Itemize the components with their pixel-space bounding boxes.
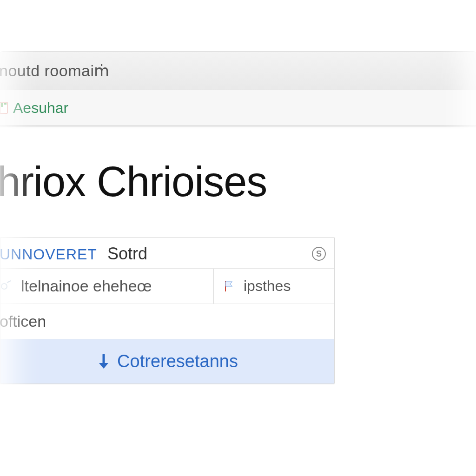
window-title: noutd roomaiṁ [0,61,110,80]
info-icon[interactable]: S [312,247,326,261]
panel-header-label: Sotrd [107,244,147,264]
panel-row: ltelnainoe eheheœ ipsthes [0,269,334,304]
panel-header-link[interactable]: unnoveret [0,246,97,263]
svg-rect-2 [4,103,7,105]
options-panel: unnoveret Sotrd S ltelnainoe eheheœ ipst… [0,237,335,384]
panel-row-secondary[interactable]: ipsthes [213,269,334,304]
svg-rect-1 [1,103,3,107]
toolbar: Aesuhar [0,90,476,126]
panel-row-secondary-label: ipsthes [244,278,291,295]
svg-point-3 [1,284,7,289]
panel-row-option-2[interactable]: ofticen [0,304,334,339]
flag-icon [223,280,235,292]
panel-row-option[interactable]: ltelnainoe eheheœ [0,269,213,304]
toolbar-item-label: Aesuhar [13,99,68,117]
arrow-down-icon [97,354,111,370]
panel-header: unnoveret Sotrd S [0,238,334,269]
panel-row-option-label: ltelnainoe eheheœ [21,277,152,295]
window-titlebar: noutd roomaiṁ [0,51,476,90]
panel-header-left: unnoveret Sotrd [0,244,147,264]
panel-footer-button[interactable]: Cotreresetanns [0,339,334,383]
panel-row-option-2-label: ofticen [0,312,46,330]
bookmark-icon [0,102,8,114]
panel-header-right: S [312,247,326,261]
toolbar-item[interactable]: Aesuhar [0,99,68,117]
panel-footer-label: Cotreresetanns [117,351,238,371]
option-icon [0,280,13,293]
page-title: hriox Chrioises [0,158,267,206]
